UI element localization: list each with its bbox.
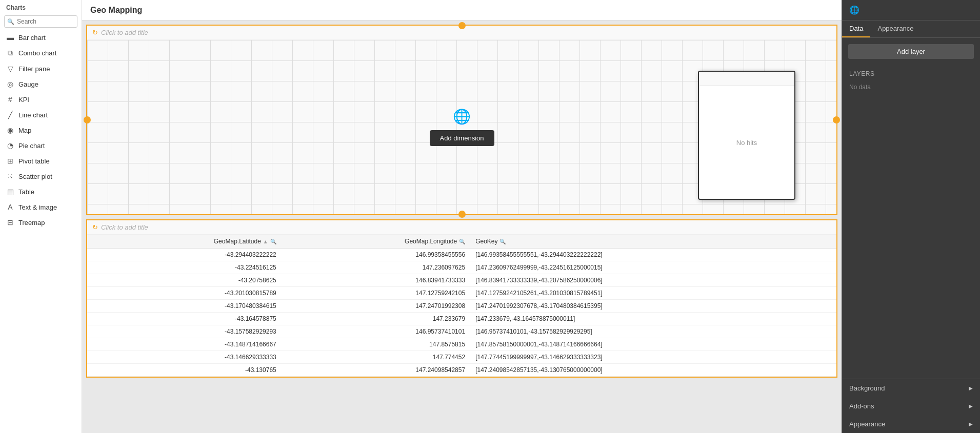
expand-icon-add-ons: ▶ bbox=[969, 403, 973, 409]
map-icon: ◉ bbox=[6, 126, 14, 134]
table-row: -43.148714166667 147.8575815 [147.857581… bbox=[87, 338, 836, 351]
no-hits-body: No hits bbox=[699, 86, 794, 199]
bar-chart-icon: ▬ bbox=[6, 33, 14, 42]
table-panel-title[interactable]: Click to add title bbox=[101, 223, 148, 231]
text-image-icon: A bbox=[6, 203, 14, 211]
line-chart-icon: ╱ bbox=[6, 111, 14, 119]
table-canvas-panel: ↻ Click to add title GeoMap.Latitude▲🔍Ge… bbox=[86, 219, 837, 378]
map-canvas-panel: ↻ Click to add title 🌐 Add dimension No … bbox=[86, 25, 837, 215]
table-header: GeoMap.Latitude▲🔍GeoMap.Longitude🔍GeoKey… bbox=[87, 235, 836, 249]
pivot-table-label: Pivot table bbox=[18, 157, 50, 165]
sidebar-item-gauge[interactable]: ◎Gauge bbox=[0, 76, 82, 92]
table-row: -43.146629333333 147.774452 [147.7744519… bbox=[87, 351, 836, 364]
cell-longitude-0: 146.99358455556 bbox=[282, 249, 470, 261]
table-icon: ▤ bbox=[6, 188, 14, 196]
right-globe-icon: 🌐 bbox=[849, 5, 859, 15]
cell-latitude-1: -43.224516125 bbox=[87, 261, 282, 274]
sidebar-item-filter-pane[interactable]: ▽Filter pane bbox=[0, 61, 82, 76]
refresh-icon: ↻ bbox=[92, 29, 98, 36]
right-section-add-ons[interactable]: Add-ons▶ bbox=[842, 397, 980, 415]
table-body: -43.294403222222 146.99358455556 [146.99… bbox=[87, 249, 836, 377]
table-panel-title-bar: ↻ Click to add title bbox=[87, 220, 836, 235]
handle-bottom[interactable] bbox=[458, 211, 466, 218]
table-label: Table bbox=[18, 188, 34, 196]
no-data-text: No data bbox=[842, 79, 980, 95]
right-panel: 🌐 DataAppearance Add layer Layers No dat… bbox=[842, 0, 980, 433]
table-refresh-icon: ↻ bbox=[92, 223, 98, 231]
cell-geokey-3: [147.12759242105261,-43.201030815789451] bbox=[470, 287, 836, 300]
sidebar-item-text-image[interactable]: AText & image bbox=[0, 199, 82, 215]
sidebar-item-combo-chart[interactable]: ⧉Combo chart bbox=[0, 45, 82, 61]
table-container: GeoMap.Latitude▲🔍GeoMap.Longitude🔍GeoKey… bbox=[87, 235, 836, 377]
cell-latitude-4: -43.170480384615 bbox=[87, 300, 282, 313]
handle-left[interactable] bbox=[84, 116, 91, 123]
sidebar-item-scatter-plot[interactable]: ⁙Scatter plot bbox=[0, 169, 82, 184]
sidebar-item-pie-chart[interactable]: ◔Pie chart bbox=[0, 138, 82, 153]
cell-geokey-6: [146.95737410101,-43.157582929929295] bbox=[470, 325, 836, 338]
sidebar-items-list: ▬Bar chart⧉Combo chart▽Filter pane◎Gauge… bbox=[0, 30, 82, 230]
sidebar-search-container: 🔍 bbox=[4, 15, 77, 28]
filter-icon-latitude[interactable]: 🔍 bbox=[270, 239, 276, 244]
table-row: -43.20758625 146.83941733333 [146.839417… bbox=[87, 274, 836, 287]
right-section-background[interactable]: Background▶ bbox=[842, 379, 980, 397]
bar-chart-label: Bar chart bbox=[18, 34, 46, 42]
main-area: Geo Mapping ↻ Click to add title 🌐 Add d… bbox=[82, 0, 842, 433]
main-content: ↻ Click to add title 🌐 Add dimension No … bbox=[82, 20, 842, 433]
col-label-geokey: GeoKey bbox=[475, 238, 497, 245]
cell-latitude-6: -43.157582929293 bbox=[87, 325, 282, 338]
right-tab-appearance[interactable]: Appearance bbox=[870, 20, 921, 37]
cell-longitude-6: 146.95737410101 bbox=[282, 325, 470, 338]
right-tab-data[interactable]: Data bbox=[842, 20, 870, 37]
handle-right[interactable] bbox=[833, 116, 840, 123]
table-row: -43.130765 147.24098542857 [147.24098542… bbox=[87, 364, 836, 377]
treemap-label: Treemap bbox=[18, 219, 45, 226]
pie-chart-label: Pie chart bbox=[18, 142, 45, 150]
cell-latitude-5: -43.164578875 bbox=[87, 313, 282, 325]
cell-latitude-7: -43.148714166667 bbox=[87, 338, 282, 351]
cell-latitude-9: -43.130765 bbox=[87, 364, 282, 377]
gauge-label: Gauge bbox=[18, 80, 38, 88]
col-header-latitude: GeoMap.Latitude▲🔍 bbox=[87, 235, 282, 249]
scatter-plot-label: Scatter plot bbox=[18, 173, 52, 180]
kpi-icon: # bbox=[6, 95, 14, 104]
main-header: Geo Mapping bbox=[82, 0, 842, 20]
sidebar-item-table[interactable]: ▤Table bbox=[0, 184, 82, 199]
page-title: Geo Mapping bbox=[90, 6, 142, 15]
sidebar-item-treemap[interactable]: ⊟Treemap bbox=[0, 215, 82, 230]
map-panel-title[interactable]: Click to add title bbox=[101, 29, 148, 36]
map-label: Map bbox=[18, 127, 31, 134]
pie-chart-icon: ◔ bbox=[6, 141, 14, 150]
cell-geokey-5: [147.233679,-43.164578875000011] bbox=[470, 313, 836, 325]
cell-longitude-2: 146.83941733333 bbox=[282, 274, 470, 287]
sidebar-item-kpi[interactable]: #KPI bbox=[0, 92, 82, 107]
text-image-label: Text & image bbox=[18, 203, 57, 211]
sort-icon-latitude[interactable]: ▲ bbox=[263, 239, 268, 244]
geo-center: 🌐 Add dimension bbox=[430, 108, 494, 146]
data-table: GeoMap.Latitude▲🔍GeoMap.Longitude🔍GeoKey… bbox=[87, 235, 836, 377]
col-header-longitude: GeoMap.Longitude🔍 bbox=[282, 235, 470, 249]
add-dimension-button[interactable]: Add dimension bbox=[430, 130, 494, 146]
cell-longitude-5: 147.233679 bbox=[282, 313, 470, 325]
sidebar-item-map[interactable]: ◉Map bbox=[0, 122, 82, 138]
filter-icon-geokey[interactable]: 🔍 bbox=[499, 239, 506, 244]
no-hits-search-input[interactable] bbox=[703, 75, 790, 83]
right-panel-bottom-sections: Background▶Add-ons▶Appearance▶ bbox=[842, 379, 980, 433]
table-row: -43.201030815789 147.12759242105 [147.12… bbox=[87, 287, 836, 300]
no-hits-search-bar bbox=[699, 72, 794, 86]
sidebar-item-bar-chart[interactable]: ▬Bar chart bbox=[0, 30, 82, 45]
sidebar-item-line-chart[interactable]: ╱Line chart bbox=[0, 107, 82, 122]
right-section-appearance[interactable]: Appearance▶ bbox=[842, 415, 980, 433]
kpi-label: KPI bbox=[18, 96, 29, 104]
right-section-label-background: Background bbox=[849, 384, 885, 392]
add-layer-button[interactable]: Add layer bbox=[848, 44, 974, 59]
sidebar-item-pivot-table[interactable]: ⊞Pivot table bbox=[0, 153, 82, 169]
cell-latitude-8: -43.146629333333 bbox=[87, 351, 282, 364]
cell-longitude-4: 147.24701992308 bbox=[282, 300, 470, 313]
search-input[interactable] bbox=[4, 15, 77, 28]
filter-icon-longitude[interactable]: 🔍 bbox=[459, 239, 465, 244]
no-hits-popup: No hits bbox=[698, 71, 795, 200]
filter-pane-icon: ▽ bbox=[6, 65, 14, 73]
handle-top[interactable] bbox=[458, 22, 466, 29]
scatter-plot-icon: ⁙ bbox=[6, 172, 14, 180]
table-row: -43.170480384615 147.24701992308 [147.24… bbox=[87, 300, 836, 313]
